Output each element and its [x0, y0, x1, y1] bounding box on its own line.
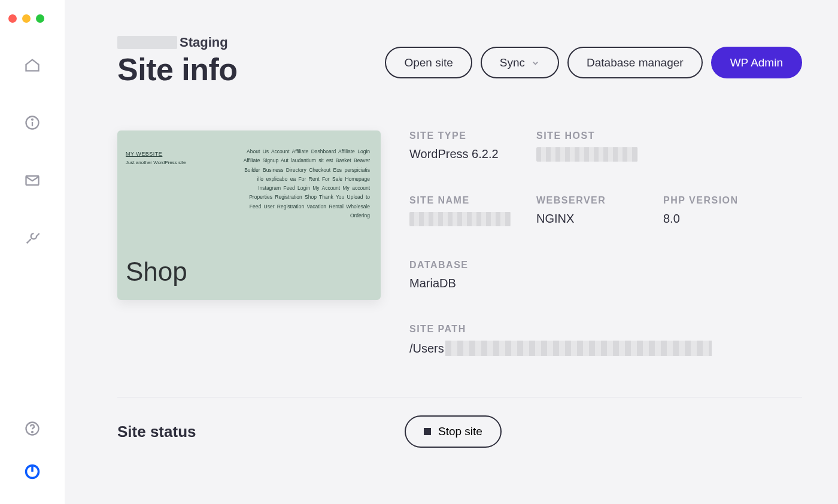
field-site-type: SITE TYPE WordPress 6.2.2 — [409, 130, 535, 162]
sidebar — [0, 0, 65, 504]
window-controls — [8, 14, 44, 23]
redacted-value — [536, 147, 638, 162]
thumb-heading: Shop — [126, 257, 187, 287]
field-label: DATABASE — [409, 260, 783, 271]
site-status-heading: Site status — [117, 423, 405, 441]
redacted-site-name — [117, 36, 177, 49]
site-path-prefix: /Users — [409, 342, 444, 356]
field-site-path: SITE PATH /Users — [409, 324, 783, 356]
field-value: 8.0 — [663, 212, 783, 226]
redacted-value — [409, 212, 511, 226]
fullscreen-window-button[interactable] — [36, 14, 44, 23]
site-thumbnail[interactable]: MY WEBSITE Just another WordPress site A… — [117, 130, 381, 300]
open-site-button[interactable]: Open site — [385, 47, 472, 78]
section-divider — [117, 397, 802, 397]
main-content: Staging Site info Open site Sync Databas… — [65, 0, 838, 504]
wp-admin-button[interactable]: WP Admin — [711, 47, 802, 78]
power-icon[interactable] — [24, 463, 41, 480]
field-value: NGINX — [536, 212, 662, 226]
site-breadcrumb: Staging — [117, 35, 238, 50]
close-window-button[interactable] — [8, 14, 17, 23]
minimize-window-button[interactable] — [22, 14, 31, 23]
info-icon[interactable] — [24, 114, 41, 131]
field-database: DATABASE MariaDB — [409, 260, 783, 290]
thumb-nav: About Us Account Affiliate Dashboard Aff… — [238, 147, 370, 220]
field-label: WEBSERVER — [536, 195, 662, 206]
stop-site-button[interactable]: Stop site — [405, 415, 502, 448]
field-label: SITE TYPE — [409, 130, 535, 141]
site-details: SITE TYPE WordPress 6.2.2 SITE HOST SITE… — [409, 130, 802, 356]
database-manager-button[interactable]: Database manager — [567, 47, 703, 78]
field-value: MariaDB — [409, 277, 783, 290]
thumb-tagline: Just another WordPress site — [126, 160, 186, 165]
field-label: SITE NAME — [409, 195, 535, 206]
thumb-site-name: MY WEBSITE — [126, 151, 162, 157]
sync-button[interactable]: Sync — [481, 47, 559, 78]
field-label: SITE HOST — [536, 130, 783, 141]
field-site-name: SITE NAME — [409, 195, 535, 226]
field-webserver: WEBSERVER NGINX — [536, 195, 662, 226]
redacted-path — [445, 341, 712, 356]
chevron-down-icon — [531, 58, 540, 67]
sync-label: Sync — [500, 57, 525, 68]
stop-site-label: Stop site — [438, 425, 482, 438]
svg-point-2 — [32, 119, 33, 120]
home-icon[interactable] — [24, 57, 41, 74]
field-site-host: SITE HOST — [536, 130, 783, 162]
mail-icon[interactable] — [24, 172, 41, 189]
help-icon[interactable] — [24, 420, 41, 437]
staging-label: Staging — [180, 35, 228, 50]
field-label: SITE PATH — [409, 324, 783, 335]
field-label: PHP VERSION — [663, 195, 783, 206]
page-title: Site info — [117, 51, 238, 87]
action-bar: Open site Sync Database manager WP Admin — [385, 47, 802, 78]
field-php-version: PHP VERSION 8.0 — [663, 195, 783, 226]
field-value: WordPress 6.2.2 — [409, 147, 535, 161]
svg-point-5 — [32, 432, 33, 433]
stop-icon — [424, 428, 431, 435]
tools-icon[interactable] — [24, 229, 41, 246]
